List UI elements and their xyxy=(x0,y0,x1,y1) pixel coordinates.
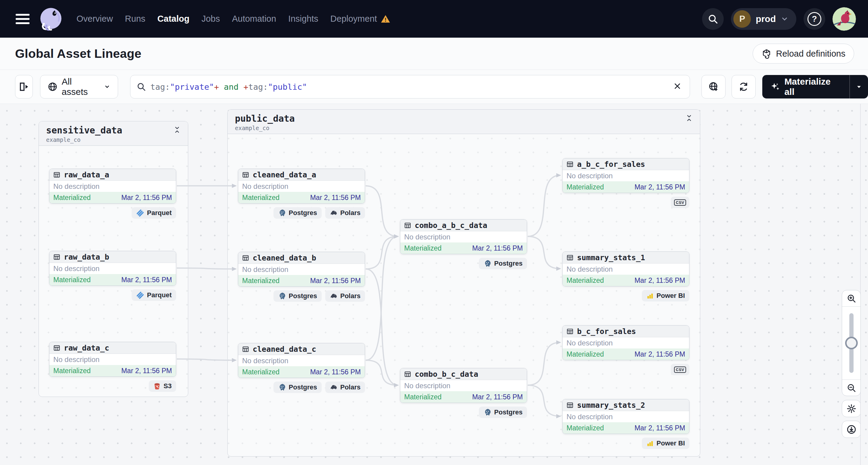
query-segment: tag: xyxy=(248,82,268,92)
asset-tag-polars[interactable]: Polars xyxy=(325,207,365,219)
nav-item-jobs[interactable]: Jobs xyxy=(202,14,220,24)
asset-node-cleaned_data_c[interactable]: cleaned_data_c No description Materializ… xyxy=(238,343,365,378)
asset-tag-postgres[interactable]: Postgres xyxy=(479,258,527,269)
collapse-group-button[interactable] xyxy=(684,113,694,124)
asset-status-row: Materialized Mar 2, 11:56 PM xyxy=(563,422,689,434)
nav-item-catalog[interactable]: Catalog xyxy=(157,14,189,24)
nav-item-automation[interactable]: Automation xyxy=(232,14,276,24)
asset-tag-postgres[interactable]: Postgres xyxy=(479,407,527,418)
main-nav: OverviewRunsCatalogJobsAutomationInsight… xyxy=(76,14,390,24)
tag-label: Postgres xyxy=(289,383,317,391)
asset-tag-postgres[interactable]: Postgres xyxy=(274,207,322,219)
asset-description: No description xyxy=(238,355,365,366)
materialized-timestamp: Mar 2, 11:56 PM xyxy=(634,350,685,359)
collapse-group-button[interactable] xyxy=(172,125,182,136)
asset-node-summary_stats_1[interactable]: summary_stats_1 No description Materiali… xyxy=(562,251,689,286)
asset-filter-input[interactable]: tag:"private"+ and +tag:"public" xyxy=(130,75,690,98)
materialize-options-caret[interactable] xyxy=(850,75,868,98)
zoom-in-button[interactable] xyxy=(842,290,861,306)
help-button[interactable]: ? xyxy=(804,8,825,30)
asset-node-a_b_c_for_sales[interactable]: a_b_c_for_sales No description Materiali… xyxy=(562,158,689,193)
warning-triangle-icon xyxy=(381,14,390,24)
asset-description: No description xyxy=(400,231,527,242)
asset-node-combo_b_c_data[interactable]: combo_b_c_data No description Materializ… xyxy=(400,368,527,403)
asset-node-cleaned_data_b[interactable]: cleaned_data_b No description Materializ… xyxy=(238,252,365,287)
group-header: public_data example_co xyxy=(228,110,700,134)
tag-label: S3 xyxy=(163,382,172,390)
asset-name: b_c_for_sales xyxy=(577,327,636,336)
reload-definitions-label: Reload definitions xyxy=(776,49,845,59)
hamburger-menu-icon[interactable] xyxy=(16,14,30,24)
sparkles-icon xyxy=(770,82,780,92)
zoom-out-button[interactable] xyxy=(842,380,861,396)
polars-icon xyxy=(330,383,338,391)
page-header: Global Asset Lineage Reload definitions xyxy=(0,38,868,70)
nav-item-insights[interactable]: Insights xyxy=(288,14,318,24)
materialized-status: Materialized xyxy=(404,244,441,252)
asset-tag-csv[interactable]: CSV xyxy=(671,364,689,375)
reload-definitions-button[interactable]: Reload definitions xyxy=(753,44,854,64)
asset-tag-s3[interactable]: S3 xyxy=(149,380,176,392)
zoom-slider-knob[interactable] xyxy=(845,337,858,349)
asset-node-cleaned_data_a[interactable]: cleaned_data_a No description Materializ… xyxy=(238,169,365,204)
tag-label: Polars xyxy=(340,383,361,391)
collapse-icon xyxy=(174,129,181,134)
nav-item-label: Deployment xyxy=(331,14,377,24)
asset-tag-row: PostgresPolars xyxy=(238,381,365,393)
deployment-switcher[interactable]: P prod xyxy=(731,8,796,30)
asset-tag-parquet[interactable]: Parquet xyxy=(132,289,176,301)
postgres-icon xyxy=(278,292,286,300)
asset-tag-polars[interactable]: Polars xyxy=(325,290,365,302)
open-left-panel-button[interactable] xyxy=(15,75,33,98)
user-avatar[interactable] xyxy=(833,7,856,31)
new-catalog-view-button[interactable] xyxy=(702,75,725,98)
deployment-avatar: P xyxy=(733,10,751,28)
materialized-timestamp: Mar 2, 11:56 PM xyxy=(121,367,172,375)
refresh-graph-button[interactable] xyxy=(732,75,756,98)
top-nav-bar: OverviewRunsCatalogJobsAutomationInsight… xyxy=(0,0,868,38)
polars-icon xyxy=(330,292,338,300)
asset-node-b_c_for_sales[interactable]: b_c_for_sales No description Materialize… xyxy=(562,325,689,360)
asset-tag-postgres[interactable]: Postgres xyxy=(274,290,322,302)
canvas-scrollbar-track[interactable] xyxy=(860,104,861,465)
download-graph-button[interactable] xyxy=(842,421,861,438)
postgres-icon xyxy=(278,383,286,392)
query-segment: + xyxy=(243,82,248,92)
materialized-status: Materialized xyxy=(404,393,441,401)
asset-tag-postgres[interactable]: Postgres xyxy=(274,381,322,393)
asset-node-raw_data_a[interactable]: raw_data_a No description Materialized M… xyxy=(49,169,176,204)
asset-tag-power-bi[interactable]: Power BI xyxy=(642,290,689,302)
asset-name: combo_b_c_data xyxy=(415,370,478,378)
asset-tag-polars[interactable]: Polars xyxy=(325,381,365,393)
asset-status-row: Materialized Mar 2, 11:56 PM xyxy=(50,274,176,285)
caret-down-icon xyxy=(855,83,863,90)
materialize-all-button[interactable]: Materialize all xyxy=(762,75,849,98)
materialized-timestamp: Mar 2, 11:56 PM xyxy=(310,277,361,285)
asset-tag-row: Parquet xyxy=(49,207,176,219)
table-icon xyxy=(566,328,574,335)
asset-node-raw_data_c[interactable]: raw_data_c No description Materialized M… xyxy=(49,342,176,377)
clear-filter-button[interactable] xyxy=(671,80,684,94)
asset-tag-power-bi[interactable]: Power BI xyxy=(642,438,689,449)
asset-node-summary_stats_2[interactable]: summary_stats_2 No description Materiali… xyxy=(562,399,689,434)
search-button[interactable] xyxy=(702,8,724,30)
settings-gear-icon xyxy=(846,404,857,414)
asset-status-row: Materialized Mar 2, 11:56 PM xyxy=(238,275,365,286)
graph-settings-button[interactable] xyxy=(842,400,861,417)
nav-item-runs[interactable]: Runs xyxy=(125,14,146,24)
asset-node-raw_data_b[interactable]: raw_data_b No description Materialized M… xyxy=(49,251,176,286)
dagster-logo[interactable] xyxy=(38,6,64,32)
asset-tag-parquet[interactable]: Parquet xyxy=(132,207,176,219)
asset-tag-csv[interactable]: CSV xyxy=(671,197,689,208)
nav-item-label: Automation xyxy=(232,14,276,24)
nav-item-overview[interactable]: Overview xyxy=(76,14,113,24)
asset-node-header: cleaned_data_b xyxy=(238,252,365,264)
asset-node-combo_a_b_c_data[interactable]: combo_a_b_c_data No description Material… xyxy=(400,219,527,254)
asset-scope-dropdown[interactable]: All assets xyxy=(40,75,118,98)
nav-item-deployment[interactable]: Deployment xyxy=(331,14,390,24)
nav-item-label: Catalog xyxy=(157,14,189,24)
lineage-canvas[interactable]: sensitive_data example_co public_data ex… xyxy=(0,104,868,465)
zoom-slider[interactable] xyxy=(842,306,861,380)
materialized-timestamp: Mar 2, 11:56 PM xyxy=(634,183,685,191)
asset-tag-row: PostgresPolars xyxy=(238,207,365,219)
